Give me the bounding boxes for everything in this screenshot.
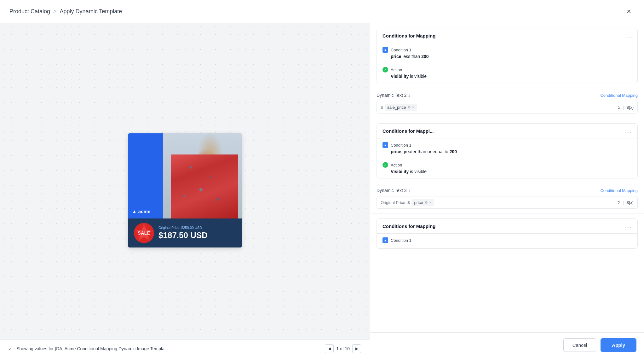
breadcrumb-parent[interactable]: Product Catalog (9, 8, 50, 15)
condition-row-3: ■ Condition 1 (377, 234, 637, 248)
prev-page-button[interactable]: ◀ (325, 344, 334, 353)
mapping-block-2-title: Conditions for Mappi... (382, 128, 434, 134)
condition-row-2: ■ Condition 1 price greater than or equa… (377, 138, 637, 158)
action-value-1: Visibility is visible (382, 74, 632, 79)
sale-badge-text: SALE (138, 230, 150, 236)
mapping-block-3-more-button[interactable]: ... (625, 223, 632, 229)
token-sale-price-text: sale_price (387, 105, 406, 110)
main-layout: ▲ acme SALE Original Price: $250.00 USD … (0, 23, 644, 355)
sale-price: $187.50 USD (158, 230, 236, 240)
action-label-text-2: Action (391, 163, 402, 167)
token-settings-icon[interactable]: ⚙ (408, 105, 411, 109)
token-prefix-3: Original Price: $ (381, 200, 410, 205)
condition-row-1: ■ Condition 1 price less than 200 (377, 43, 637, 63)
acme-logo-text: acme (138, 209, 150, 214)
breadcrumb: Product Catalog > Apply Dynamic Template (9, 8, 122, 15)
token-dollar-2: $ (381, 105, 383, 110)
action-value-bold-2: Visibility (391, 169, 409, 174)
cancel-button[interactable]: Cancel (563, 338, 596, 352)
dynamic-text-3-token-bar[interactable]: Original Price: $ price ⚙ × Σ | ${x} (377, 196, 638, 209)
action-icon-2: ✓ (382, 162, 388, 168)
action-value-2: Visibility is visible (382, 169, 632, 174)
product-logo-area: ▲ acme (128, 133, 163, 218)
token-sale-price[interactable]: sale_price ⚙ × (385, 104, 417, 111)
product-price-bar: SALE Original Price: $250.00 USD $187.50… (128, 218, 242, 247)
right-panel: Conditions for Mapping ... ■ Condition 1… (370, 23, 644, 355)
acme-logo-icon: ▲ (132, 209, 137, 214)
condition-value-pre-1: price (391, 54, 401, 59)
condition-label-text-2: Condition 1 (391, 143, 411, 148)
mapping-block-2-more-button[interactable]: ... (625, 128, 632, 134)
condition-label-text-3: Condition 1 (391, 238, 411, 243)
close-button[interactable]: × (623, 6, 635, 17)
dynamic-text-3-info-icon: ℹ (408, 188, 410, 193)
separator-2: | (623, 105, 624, 110)
sigma-icon-2[interactable]: Σ (618, 105, 620, 110)
page-separator: of 10 (340, 346, 350, 351)
condition-value-bold-2: 200 (450, 149, 457, 154)
next-page-button[interactable]: ▶ (352, 344, 361, 353)
condition-label-3: ■ Condition 1 (382, 237, 632, 243)
action-label-1: ✓ Action (382, 67, 632, 73)
price-info: Original Price: $250.00 USD $187.50 USD (158, 226, 236, 240)
action-row-2: ✓ Action Visibility is visible (377, 158, 637, 178)
header: Product Catalog > Apply Dynamic Template… (0, 0, 644, 23)
dynamic-text-2-token-bar[interactable]: $ sale_price ⚙ × Σ | ${x} (377, 101, 638, 113)
dynamic-text-2-header: Dynamic Text 2 ℹ Conditional Mapping (377, 93, 638, 98)
pagination: ◀ 1 of 10 ▶ (325, 344, 361, 353)
conditions-block-2: Conditions for Mappi... ... ■ Condition … (377, 123, 638, 178)
expr-label-2[interactable]: ${x} (627, 105, 634, 110)
showing-text: Showing values for [DA] Acme Conditional… (16, 346, 320, 351)
page-current: 1 (336, 346, 339, 351)
token-price-close-icon[interactable]: × (429, 200, 432, 205)
token-price-settings-icon[interactable]: ⚙ (425, 201, 428, 205)
action-row-1: ✓ Action Visibility is visible (377, 63, 637, 83)
product-image-area: ▲ acme (128, 133, 242, 218)
action-icon-1: ✓ (382, 67, 388, 73)
dynamic-text-3-title: Dynamic Text 3 ℹ (377, 188, 410, 193)
dynamic-text-2-conditional-mapping-link[interactable]: Conditional Mapping (600, 93, 638, 98)
apply-button[interactable]: Apply (601, 338, 636, 352)
panel-footer: Cancel Apply (370, 332, 644, 355)
sale-badge: SALE (134, 223, 154, 243)
mapping-block-3-header: Conditions for Mapping ... (377, 219, 637, 234)
dynamic-text-2-label: Dynamic Text 2 (377, 93, 406, 98)
original-price: Original Price: $250.00 USD (158, 226, 236, 230)
breadcrumb-current: Apply Dynamic Template (60, 8, 122, 15)
sigma-icon-3[interactable]: Σ (618, 200, 620, 205)
mapping-block-3-title: Conditions for Mapping (382, 224, 435, 229)
action-label-text-1: Action (391, 67, 402, 72)
dynamic-text-3-conditional-mapping-link[interactable]: Conditional Mapping (600, 188, 638, 193)
action-value-bold-1: Visibility (391, 74, 409, 79)
token-bar-right-3: Σ | ${x} (618, 200, 634, 205)
dress-overlay (171, 154, 238, 218)
acme-logo: ▲ acme (132, 209, 150, 214)
conditions-block-3: Conditions for Mapping ... ■ Condition 1 (377, 218, 638, 249)
mapping-block-1-title: Conditions for Mapping (382, 33, 435, 38)
dynamic-text-2-title: Dynamic Text 2 ℹ (377, 93, 410, 98)
product-photo (163, 133, 242, 218)
dynamic-text-3-label: Dynamic Text 3 (377, 188, 406, 193)
bottom-bar: > Showing values for [DA] Acme Condition… (0, 340, 370, 355)
action-label-2: ✓ Action (382, 162, 632, 168)
dynamic-text-3-header: Dynamic Text 3 ℹ Conditional Mapping (377, 188, 638, 193)
conditions-block-1: Conditions for Mapping ... ■ Condition 1… (377, 28, 638, 83)
mapping-block-2-header: Conditions for Mappi... ... (377, 124, 637, 138)
condition-icon-2: ■ (382, 142, 388, 148)
page-info: 1 of 10 (336, 346, 350, 351)
mapping-block-1-header: Conditions for Mapping ... (377, 28, 637, 43)
token-close-icon[interactable]: × (412, 105, 415, 109)
mapping-block-1-more-button[interactable]: ... (625, 33, 632, 38)
condition-value-1: price less than 200 (382, 54, 632, 59)
expand-chevron[interactable]: > (9, 346, 11, 351)
condition-value-bold-1: 200 (421, 54, 428, 59)
product-photo-inner (163, 133, 242, 218)
canvas-area: ▲ acme SALE Original Price: $250.00 USD … (0, 23, 370, 355)
token-bar-right-2: Σ | ${x} (618, 105, 634, 110)
condition-icon-3: ■ (382, 237, 388, 243)
token-price-text: price (414, 200, 423, 205)
expr-label-3[interactable]: ${x} (627, 200, 634, 205)
condition-label-2: ■ Condition 1 (382, 142, 632, 148)
condition-value-pre-2: price (391, 149, 401, 154)
token-price[interactable]: price ⚙ × (411, 199, 434, 206)
